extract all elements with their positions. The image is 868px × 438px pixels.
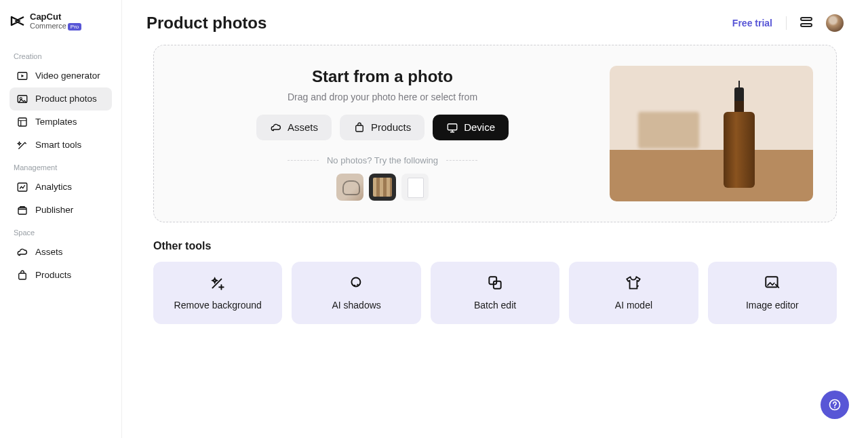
tool-image-editor[interactable]: Image editor — [708, 262, 837, 324]
bag-icon — [353, 121, 366, 134]
svg-rect-11 — [494, 281, 501, 289]
svg-point-14 — [834, 407, 835, 408]
photo-icon — [16, 93, 28, 105]
sidebar: CapCut CommercePro Creation Video genera… — [0, 0, 122, 438]
upload-sub: Drag and drop your photo here or select … — [288, 92, 477, 102]
sidebar-item-templates[interactable]: Templates — [9, 111, 112, 134]
page-title: Product photos — [146, 14, 267, 33]
nophotos-text: No photos? Try the following — [327, 155, 438, 165]
queue-icon[interactable] — [800, 17, 812, 29]
svg-rect-3 — [18, 118, 26, 126]
sidebar-item-label: Product photos — [35, 94, 97, 104]
group-creation-label: Creation — [14, 52, 112, 60]
tool-label: Batch edit — [474, 300, 516, 311]
magic-icon — [16, 139, 28, 151]
help-button[interactable] — [821, 391, 849, 419]
button-label: Products — [371, 121, 411, 133]
group-management-label: Management — [14, 163, 112, 172]
remove-bg-icon — [209, 274, 226, 292]
header: Product photos Free trial — [122, 0, 868, 38]
brand-badge: Pro — [68, 23, 81, 31]
templates-icon — [16, 116, 28, 128]
tools-grid: Remove background AI shadows Batch edit … — [153, 262, 837, 324]
sidebar-item-video-generator[interactable]: Video generator — [9, 64, 112, 87]
sidebar-item-label: Templates — [35, 117, 77, 127]
upload-title: Start from a photo — [312, 67, 453, 86]
brand-sub: Commerce — [30, 22, 66, 30]
sample-thumb-2[interactable] — [369, 174, 396, 201]
tool-ai-shadows[interactable]: AI shadows — [292, 262, 420, 324]
preview-image — [610, 66, 813, 201]
button-label: Assets — [288, 121, 318, 133]
sidebar-item-smart-tools[interactable]: Smart tools — [9, 134, 112, 157]
tool-label: Remove background — [174, 300, 262, 311]
main: Product photos Free trial Start from a p… — [122, 0, 868, 438]
sidebar-item-label: Assets — [35, 247, 63, 257]
sidebar-item-label: Smart tools — [35, 140, 81, 150]
source-products-button[interactable]: Products — [340, 115, 425, 140]
svg-point-9 — [351, 277, 360, 286]
group-space-label: Space — [14, 228, 112, 237]
logo[interactable]: CapCut CommercePro — [9, 12, 112, 31]
button-label: Device — [464, 121, 495, 133]
sidebar-item-label: Publisher — [35, 205, 73, 215]
video-icon — [16, 70, 28, 82]
monitor-icon — [446, 121, 458, 134]
bag-icon — [16, 269, 28, 281]
cloud-icon — [16, 246, 28, 258]
tool-ai-model[interactable]: AI model — [569, 262, 698, 324]
sidebar-item-product-photos[interactable]: Product photos — [9, 87, 112, 111]
svg-rect-8 — [448, 123, 457, 130]
source-assets-button[interactable]: Assets — [256, 115, 332, 140]
tool-label: AI model — [615, 300, 652, 311]
brand-name: CapCut — [30, 12, 81, 22]
free-trial-link[interactable]: Free trial — [732, 18, 772, 28]
sidebar-item-products[interactable]: Products — [9, 264, 112, 287]
avatar[interactable] — [826, 14, 844, 32]
tool-batch-edit[interactable]: Batch edit — [431, 262, 559, 324]
tool-remove-background[interactable]: Remove background — [153, 262, 282, 324]
sample-thumb-3[interactable] — [401, 174, 429, 201]
tool-label: AI shadows — [332, 300, 380, 311]
other-tools-title: Other tools — [153, 240, 837, 252]
help-icon — [828, 398, 842, 412]
publisher-icon — [16, 204, 28, 216]
cloud-icon — [270, 121, 282, 134]
sidebar-item-assets[interactable]: Assets — [9, 241, 112, 264]
svg-rect-5 — [18, 207, 26, 214]
svg-rect-7 — [356, 125, 363, 132]
shadow-icon — [348, 274, 366, 292]
sidebar-item-label: Analytics — [35, 182, 72, 192]
source-device-button[interactable]: Device — [433, 115, 509, 140]
image-edit-icon — [764, 274, 781, 292]
sidebar-item-label: Products — [35, 270, 71, 280]
tshirt-icon — [625, 274, 642, 292]
analytics-icon — [16, 181, 28, 193]
svg-rect-6 — [19, 273, 26, 279]
sidebar-item-label: Video generator — [35, 71, 100, 81]
sidebar-item-publisher[interactable]: Publisher — [9, 199, 112, 222]
sample-thumb-1[interactable] — [336, 174, 363, 201]
batch-icon — [486, 274, 504, 292]
tool-label: Image editor — [746, 300, 799, 311]
svg-rect-10 — [489, 277, 496, 284]
upload-panel[interactable]: Start from a photo Drag and drop your ph… — [153, 45, 837, 222]
capcut-logo-icon — [9, 13, 26, 29]
sidebar-item-analytics[interactable]: Analytics — [9, 176, 112, 199]
